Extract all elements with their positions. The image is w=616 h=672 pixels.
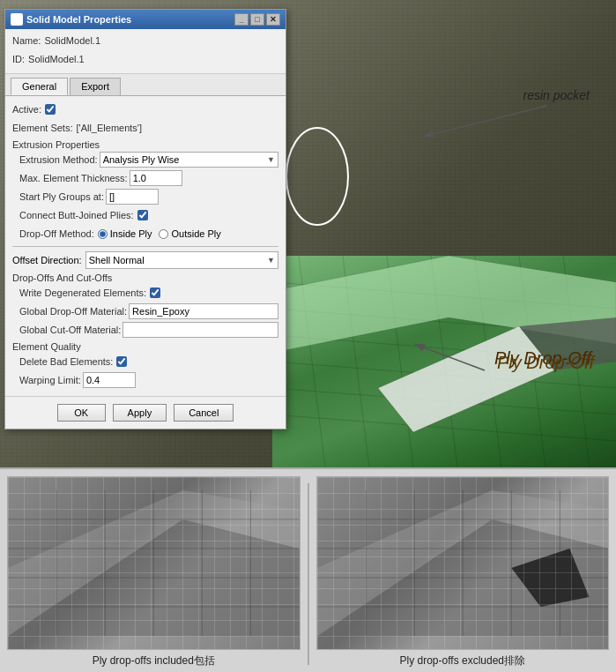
global-cutoff-row: Global Cut-Off Material: [12,322,278,338]
svg-marker-14 [378,326,554,432]
title-controls[interactable]: _ □ ✕ [234,13,280,26]
start-ply-row: Start Ply Groups at: [12,189,278,205]
dialog-icon [11,13,23,26]
dropoff-radio-group: Inside Ply Outside Ply [98,228,221,239]
dropoff-method-label: Drop-Off Method: [19,228,94,239]
warping-limit-label: Warping Limit: [19,375,81,385]
offset-direction-row: Offset Direction: Shell Normal ▼ [12,251,278,269]
radio-outside-input[interactable] [159,229,168,239]
bottom-section: Ply drop-offs included包括 [0,467,616,672]
offset-dropdown-arrow-icon: ▼ [267,256,275,265]
resin-pocket-annotation: resin pocket [523,88,590,102]
offset-direction-label: Offset Direction: [12,255,82,265]
bottom-divider [308,483,309,665]
radio-inside-ply[interactable]: Inside Ply [98,228,152,239]
dialog-footer: OK Apply Cancel [5,396,286,429]
max-thickness-row: Max. Element Thickness: [12,170,278,186]
included-mesh-grid [8,477,300,649]
included-label: Ply drop-offs included包括 [93,653,215,672]
bottom-images-row: Ply drop-offs included包括 [0,469,616,672]
element-sets-value: ['All_Elements'] [76,123,142,133]
included-image-container: Ply drop-offs included包括 [7,476,301,672]
id-value: SolidModel.1 [28,52,85,66]
name-row: Name: SolidModel.1 [12,33,278,49]
name-value: SolidModel.1 [44,34,100,48]
write-degenerated-checkbox[interactable] [150,287,160,298]
excluded-mesh-grid [317,477,609,649]
name-label: Name: [12,34,41,48]
element-sets-label: Element Sets: [12,123,72,133]
connect-butt-row: Connect Butt-Joined Plies: [12,207,278,223]
title-text-group: Solid Model Properties [11,13,131,26]
global-cutoff-input[interactable] [122,322,278,338]
extrusion-method-label: Extrusion Method: [19,154,98,165]
global-dropoff-label: Global Drop-Off Material: [19,306,127,317]
dropoff-method-row: Drop-Off Method: Inside Ply Outside Ply [12,226,278,242]
global-dropoff-input[interactable] [129,303,278,319]
warping-limit-row: Warping Limit: [12,372,278,388]
radio-outside-label: Outside Ply [171,228,220,239]
solid-model-properties-dialog: Solid Model Properties _ □ ✕ Name: Solid… [4,9,286,429]
offset-direction-value: Shell Normal [89,255,145,265]
element-quality-section-label: Element Quality [12,341,278,352]
close-button[interactable]: ✕ [266,13,280,26]
separator-1 [12,246,278,247]
included-mesh-image [7,476,301,650]
minimize-button[interactable]: _ [234,13,249,26]
start-ply-label: Start Ply Groups at: [19,191,104,202]
excluded-mesh-image [316,476,610,650]
excluded-image-container: Ply drop-offs excluded排除 [316,476,610,672]
offset-direction-dropdown[interactable]: Shell Normal ▼ [85,251,278,269]
tab-general[interactable]: General [11,78,68,95]
maximize-button[interactable]: □ [250,13,264,26]
tab-export[interactable]: Export [70,78,121,95]
tabs-row: General Export [5,74,286,96]
delete-bad-row: Delete Bad Elements: [12,354,278,370]
dialog-title: Solid Model Properties [26,14,131,25]
apply-button[interactable]: Apply [113,404,167,422]
warping-limit-input[interactable] [83,372,136,388]
extrusion-method-value: Analysis Ply Wise [103,154,180,165]
global-dropoff-row: Global Drop-Off Material: [12,303,278,319]
active-row: Active: [12,101,278,117]
write-degenerated-label: Write Degenerated Elements: [19,287,146,298]
radio-inside-input[interactable] [98,229,108,239]
max-thickness-input[interactable] [130,170,182,186]
id-label: ID: [12,52,25,66]
extrusion-method-row: Extrusion Method: Analysis Ply Wise ▼ [12,152,278,168]
active-checkbox[interactable] [45,104,56,115]
connect-butt-checkbox[interactable] [137,210,148,220]
dialog-info-section: Name: SolidModel.1 ID: SolidModel.1 [5,29,286,74]
extrusion-method-dropdown[interactable]: Analysis Ply Wise ▼ [100,152,278,168]
radio-inside-label: Inside Ply [110,228,152,239]
dialog-body: Active: Element Sets: ['All_Elements'] E… [5,96,286,396]
cancel-button[interactable]: Cancel [174,404,234,422]
max-thickness-label: Max. Element Thickness: [19,173,128,183]
dropoff-section-label: Drop-Offs And Cut-Offs [12,273,278,283]
active-label: Active: [12,104,41,115]
write-degenerated-row: Write Degenerated Elements: [12,285,278,301]
delete-bad-checkbox[interactable] [116,356,127,367]
global-cutoff-label: Global Cut-Off Material: [19,325,121,335]
start-ply-input[interactable] [106,189,159,205]
extrusion-section-label: Extrusion Properties [12,139,278,150]
connect-butt-label: Connect Butt-Joined Plies: [19,210,134,220]
delete-bad-label: Delete Bad Elements: [19,356,113,367]
excluded-label: Ply drop-offs excluded排除 [399,653,525,672]
radio-outside-ply[interactable]: Outside Ply [159,228,220,239]
ok-button[interactable]: OK [57,404,106,422]
dialog-titlebar: Solid Model Properties _ □ ✕ [5,10,286,29]
ply-dropoff-annotation: Ply Drop-Off [494,348,591,369]
dropdown-arrow-icon: ▼ [267,155,275,164]
id-row: ID: SolidModel.1 [12,51,278,67]
element-sets-row: Element Sets: ['All_Elements'] [12,120,278,136]
